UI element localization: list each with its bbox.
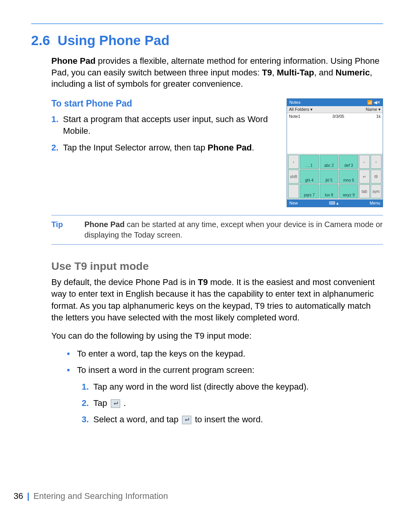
key: jkl 5 <box>320 170 339 184</box>
intro-text-2: , <box>272 68 276 77</box>
bullet-text: To insert a word in the current program … <box>77 364 254 376</box>
step-number: 3. <box>82 414 93 425</box>
intro-text-3: , and <box>314 68 336 77</box>
list-item: 3. Select a word, and tap to insert the … <box>82 414 383 425</box>
sshot-sort: Name ▾ <box>366 107 381 112</box>
list-item: 1. Start a program that accepts user inp… <box>51 114 280 136</box>
bullet-icon: • <box>67 364 77 376</box>
key: def 3 <box>339 155 358 169</box>
list-item: •To insert a word in the current program… <box>67 364 383 376</box>
step-post: . <box>121 398 126 408</box>
sshot-note-name: Note1 <box>289 114 300 119</box>
section-heading: 2.6 Using Phone Pad <box>31 33 383 48</box>
key: ghi 4 <box>300 170 319 184</box>
intro-paragraph: Phone Pad provides a flexible, alternate… <box>51 55 383 90</box>
intro-bold-1: Phone Pad <box>51 56 96 66</box>
key: shift <box>288 170 299 184</box>
start-heading: To start Phone Pad <box>51 98 280 109</box>
enter-icon <box>182 416 191 424</box>
chapter-name: Entering and Searching Information <box>33 491 168 501</box>
sshot-keypad: ‹ . , 1 abc 2 def 3 ← › shift ghi 4 jkl … <box>287 154 383 199</box>
step-number: 2. <box>51 142 63 154</box>
footer-separator: | <box>27 491 30 501</box>
section-title: Using Phone Pad <box>58 33 170 48</box>
step-bold: Phone Pad <box>208 143 252 152</box>
step-post: to insert the word. <box>192 415 263 424</box>
key: . , 1 <box>300 155 319 169</box>
key: ← <box>359 155 370 169</box>
key: abc 2 <box>320 155 339 169</box>
key: mno 6 <box>339 170 358 184</box>
key: pqrs 7 <box>300 184 319 198</box>
tip-body: can be started at any time, except when … <box>84 220 383 239</box>
tip-row: Tip Phone Pad can be started at any time… <box>51 219 383 240</box>
t9-sub-steps: 1. Tap any word in the word list (direct… <box>82 381 383 426</box>
key <box>288 184 299 198</box>
list-item: 1. Tap any word in the word list (direct… <box>82 381 383 393</box>
sshot-foot-mid: ⌨ ▴ <box>329 201 339 206</box>
key: tab <box>359 184 370 198</box>
sshot-foot-left: New <box>289 201 298 206</box>
step-number: 1. <box>51 114 63 136</box>
step-text: Tap the Input Selector arrow, then tap P… <box>63 142 280 154</box>
start-steps-list: 1. Start a program that accepts user inp… <box>51 114 280 154</box>
t9-t1: By default, the device Phone Pad is in <box>51 277 198 287</box>
step-text: Tap . <box>93 397 126 409</box>
sshot-status-icons: 📶 ◀✕ <box>367 100 380 105</box>
intro-bold-2: T9 <box>262 68 272 77</box>
step-number: 2. <box>82 397 93 409</box>
intro-bold-4: Numeric <box>336 68 370 77</box>
bullet-text: To enter a word, tap the keys on the key… <box>77 348 245 360</box>
step-text: Tap any word in the word list (directly … <box>93 381 309 393</box>
sshot-title: Notes <box>289 100 301 105</box>
t9-paragraph: By default, the device Phone Pad is in T… <box>51 276 383 324</box>
key: wxyz 9 <box>339 184 358 198</box>
step-post: . <box>252 143 254 152</box>
page-footer: 36 | Entering and Searching Information <box>14 491 168 501</box>
divider <box>51 215 383 215</box>
list-item: •To enter a word, tap the keys on the ke… <box>67 348 383 360</box>
t9-b1: T9 <box>198 277 208 287</box>
list-item: 2. Tap the Input Selector arrow, then ta… <box>51 142 280 154</box>
sshot-blank <box>287 119 383 154</box>
key: tuv 8 <box>320 184 339 198</box>
t9-heading: Use T9 input mode <box>51 260 383 273</box>
intro-bold-3: Multi-Tap <box>277 68 314 77</box>
top-rule <box>31 23 383 24</box>
key: › <box>371 155 382 169</box>
tip-text: Phone Pad can be started at any time, ex… <box>84 219 383 240</box>
device-screenshot: Notes📶 ◀✕ All Folders ▾Name ▾ Note13/3/0… <box>287 98 383 207</box>
step-pre: Tap the Input Selector arrow, then tap <box>63 143 208 152</box>
sshot-note-size: 1k <box>376 114 381 119</box>
t9-bullet-list: •To enter a word, tap the keys on the ke… <box>67 348 383 376</box>
key: ‹ <box>288 155 299 169</box>
tip-label: Tip <box>51 219 73 240</box>
page-number: 36 <box>14 491 23 501</box>
key: ↵ <box>359 170 370 184</box>
key: t9 <box>371 170 382 184</box>
key: sym <box>371 184 382 198</box>
step-pre: Select a word, and tap <box>93 415 181 424</box>
list-item: 2. Tap . <box>82 397 383 409</box>
enter-icon <box>111 399 120 408</box>
step-text: Start a program that accepts user input,… <box>63 114 280 136</box>
divider <box>51 244 383 245</box>
step-number: 1. <box>82 381 93 393</box>
tip-bold: Phone Pad <box>84 220 124 229</box>
sshot-note-date: 3/3/05 <box>332 114 345 119</box>
sshot-folders: All Folders ▾ <box>289 107 313 112</box>
step-pre: Tap <box>93 398 110 408</box>
bullet-icon: • <box>67 348 77 360</box>
step-text: Select a word, and tap to insert the wor… <box>93 414 263 425</box>
t9-lead: You can do the following by using the T9… <box>51 330 383 342</box>
section-number: 2.6 <box>31 33 50 48</box>
sshot-foot-right: Menu <box>369 201 380 206</box>
